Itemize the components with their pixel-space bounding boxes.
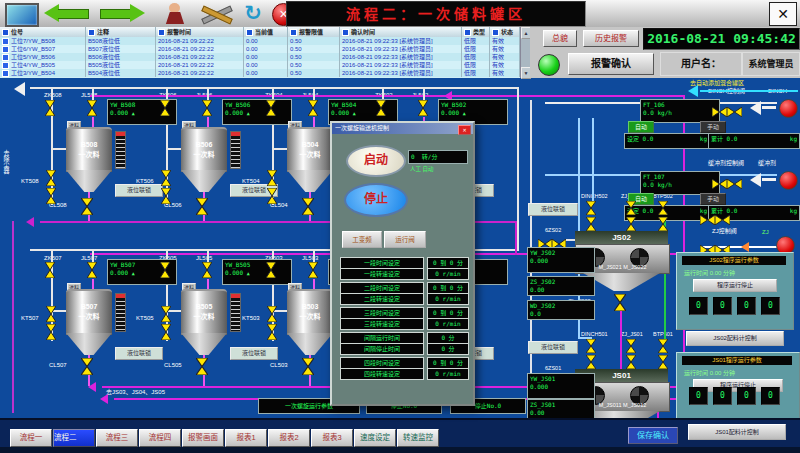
valve-6ZS02-b[interactable]: [552, 235, 566, 245]
interlock-button-JS02[interactable]: 液位联锁: [528, 203, 578, 216]
valve-CL504[interactable]: [302, 198, 314, 215]
valve-JL504[interactable]: [308, 100, 318, 116]
dialog-titlebar[interactable]: 一次螺旋输送机控制: [332, 123, 473, 134]
nav-button-报警画面[interactable]: 报警画面: [182, 429, 224, 447]
valve-KT505-b[interactable]: [161, 324, 171, 340]
alarm-col-当前值[interactable]: 当前值: [244, 27, 288, 37]
valve-BTP501-b[interactable]: [658, 355, 668, 369]
green-line-valve-a[interactable]: [700, 211, 715, 221]
alarm-row[interactable]: 工位7/YW_B508B508液位低2016-08-21 09:22:220.0…: [0, 37, 520, 45]
valve-ZK502[interactable]: [376, 100, 386, 116]
panel-stop-button[interactable]: 程序运行停止: [693, 279, 777, 292]
param-value-3[interactable]: 0 r/min: [427, 293, 469, 305]
alarm-row[interactable]: 工位4/YW_B505B505液位低2016-08-21 09:22:220.0…: [0, 61, 520, 69]
valve-CL507[interactable]: [81, 358, 93, 375]
alarm-col-位号[interactable]: 位号: [0, 27, 86, 37]
valve-BTP501-a[interactable]: [658, 339, 668, 353]
manual-button-FT_106[interactable]: 手动: [700, 121, 726, 133]
valve-CL505[interactable]: [196, 358, 208, 375]
manual-button-FT_107[interactable]: 手动: [700, 193, 726, 205]
alarm-row[interactable]: 工位3/YW_B504B504液位低2016-08-21 09:22:220.0…: [0, 69, 520, 77]
valve-KT506-a[interactable]: [161, 170, 171, 186]
valve-KT508-a[interactable]: [46, 170, 56, 186]
feeder-valve-b-FT_106[interactable]: [727, 103, 742, 113]
valve-JL502[interactable]: [418, 100, 428, 116]
valve-ZJ_JS01-b[interactable]: [626, 355, 636, 369]
valve-ZK506[interactable]: [160, 100, 170, 116]
green-line-valve-b[interactable]: [715, 211, 730, 221]
ctrl-button-JS02配料计控制[interactable]: JS02配料计控制: [686, 331, 784, 346]
valve-KT504-b[interactable]: [267, 188, 277, 204]
nav-button-报表2[interactable]: 报表2: [268, 429, 310, 447]
valve-JL503[interactable]: [308, 262, 318, 278]
valve-6ZS02-a[interactable]: [538, 235, 552, 245]
param-value-5[interactable]: 0 r/min: [427, 318, 469, 330]
nav-button-转速监控[interactable]: 转速监控: [397, 429, 439, 447]
alarm-row[interactable]: 工位5/YW_B506B506液位低2016-08-21 09:22:220.0…: [0, 53, 520, 61]
tools-icon[interactable]: [198, 3, 234, 24]
zj-valve-a[interactable]: [700, 241, 715, 251]
history-alarm-button[interactable]: 历史报警: [583, 30, 639, 47]
valve-KT507-b[interactable]: [46, 324, 56, 340]
close-icon[interactable]: ✕: [769, 2, 797, 26]
interlock-button-B507[interactable]: 液位联锁: [115, 347, 163, 360]
interlock-button-JS01[interactable]: 液位联锁: [528, 341, 578, 354]
nav-button-流程二[interactable]: 流程二: [53, 429, 95, 447]
valve-DINCH502-b[interactable]: [586, 217, 596, 231]
valve-CL506[interactable]: [196, 198, 208, 215]
param-value-9[interactable]: 0 r/min: [427, 368, 469, 380]
valve-ZK508[interactable]: [45, 100, 55, 116]
valve-KT508-b[interactable]: [46, 188, 56, 204]
valve-CL_JS02[interactable]: [614, 294, 626, 311]
valve-JL508[interactable]: [87, 100, 97, 116]
alarm-col-确认时间[interactable]: 确认时间: [340, 27, 462, 37]
nav-button-流程三[interactable]: 流程三: [96, 429, 138, 447]
nav-button-报表1[interactable]: 报表1: [225, 429, 267, 447]
valve-ZK507[interactable]: [45, 262, 55, 278]
valve-KT507-a[interactable]: [46, 306, 56, 322]
valve-DINCH502-a[interactable]: [586, 201, 596, 215]
valve-BTP502-b[interactable]: [658, 217, 668, 231]
auto-button-FT_106[interactable]: 自动: [628, 121, 654, 133]
alarm-ack-button[interactable]: 报警确认: [568, 53, 654, 75]
valve-ZK503[interactable]: [266, 262, 276, 278]
valve-KT505-a[interactable]: [161, 306, 171, 322]
alarm-table[interactable]: 位号注释报警时间当前值报警限值确认时间类型状态工位7/YW_B508B508液位…: [0, 27, 520, 78]
valve-JL505[interactable]: [202, 262, 212, 278]
valve-ZK504[interactable]: [266, 100, 276, 116]
valve-ZJ_JS01-a[interactable]: [626, 339, 636, 353]
alarm-col-类型[interactable]: 类型: [462, 27, 490, 37]
valve-BTP502-a[interactable]: [658, 201, 668, 215]
refresh-icon[interactable]: ↻: [240, 0, 266, 26]
alarm-col-状态[interactable]: 状态: [490, 27, 520, 37]
start-button[interactable]: 启动: [346, 145, 406, 177]
param-value-1[interactable]: 0 r/min: [427, 268, 469, 280]
valve-KT506-b[interactable]: [161, 188, 171, 204]
interlock-button-B508[interactable]: 液位联锁: [115, 184, 163, 197]
valve-ZJ_JS02-b[interactable]: [626, 217, 636, 231]
dialog-close-icon[interactable]: ✕: [458, 125, 471, 135]
monitor-icon[interactable]: [5, 3, 39, 27]
alarm-col-报警时间[interactable]: 报警时间: [156, 27, 244, 37]
valve-DINCH501-a[interactable]: [586, 339, 596, 353]
interlock-button-B505[interactable]: 液位联锁: [230, 347, 278, 360]
valve-DINCH501-b[interactable]: [586, 355, 596, 369]
dialog-run-valve-button[interactable]: 运行阀: [384, 231, 426, 248]
valve-ZJ_JS02-a[interactable]: [626, 201, 636, 215]
zj-valve-b[interactable]: [715, 241, 730, 251]
stop-button[interactable]: 停止: [344, 183, 408, 217]
nav-button-流程一[interactable]: 流程一: [10, 429, 52, 447]
valve-ZK505[interactable]: [160, 262, 170, 278]
alarm-col-报警限值[interactable]: 报警限值: [288, 27, 340, 37]
feeder-valve-a-FT_106[interactable]: [712, 103, 727, 113]
valve-CL503[interactable]: [302, 358, 314, 375]
alarm-col-注释[interactable]: 注释: [86, 27, 156, 37]
alarm-row[interactable]: 工位6/YW_B507B507液位低2016-08-21 09:22:220.0…: [0, 45, 520, 53]
valve-JL506[interactable]: [202, 100, 212, 116]
param-value-7[interactable]: 0 分: [427, 343, 469, 355]
valve-JL507[interactable]: [87, 262, 97, 278]
user-icon[interactable]: [160, 3, 190, 24]
valve-KT503-a[interactable]: [267, 306, 277, 322]
ctrl-button-JS01配料计控制[interactable]: JS01配料计控制: [688, 424, 786, 440]
save-confirm-button[interactable]: 保存确认: [628, 427, 678, 444]
